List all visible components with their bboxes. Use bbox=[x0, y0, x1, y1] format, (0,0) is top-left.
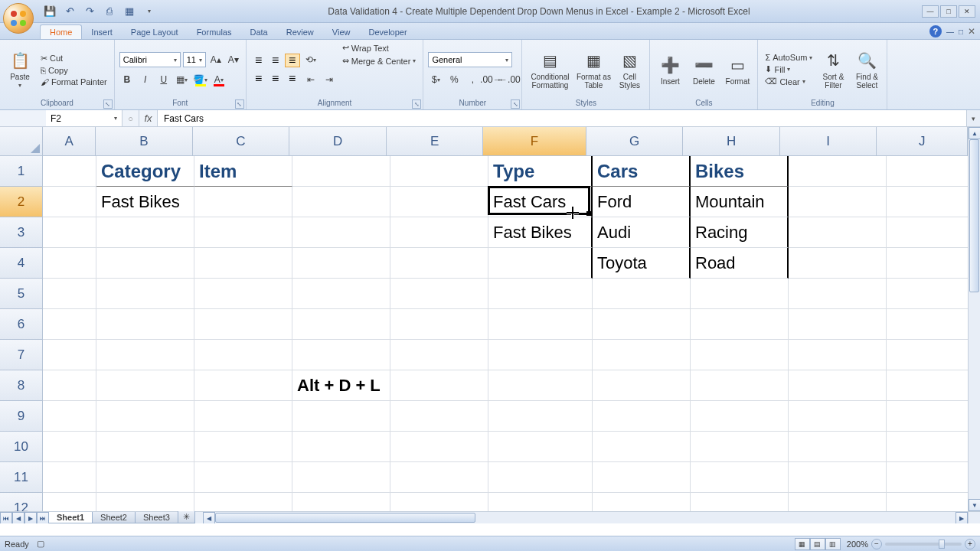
tab-formulas[interactable]: Formulas bbox=[188, 25, 241, 39]
cell-D5[interactable] bbox=[292, 279, 390, 309]
new-sheet-icon[interactable]: ✳ bbox=[178, 511, 195, 523]
cell-H7[interactable] bbox=[691, 340, 789, 370]
cell-F3[interactable]: Fast Bikes bbox=[488, 217, 593, 248]
align-top-icon[interactable]: ≡ bbox=[251, 54, 266, 67]
close-button[interactable]: ✕ bbox=[959, 5, 975, 18]
office-button[interactable] bbox=[3, 3, 34, 34]
sheet-tab-2[interactable]: Sheet2 bbox=[92, 512, 136, 523]
sheet-next-icon[interactable]: ▶ bbox=[24, 512, 37, 523]
cell-D3[interactable] bbox=[292, 217, 390, 248]
cell-F11[interactable] bbox=[488, 462, 593, 493]
conditional-formatting-button[interactable]: ▤Conditional Formatting bbox=[527, 42, 573, 97]
row-header-10[interactable]: 10 bbox=[0, 432, 43, 462]
row-header-6[interactable]: 6 bbox=[0, 309, 43, 340]
cell-G8[interactable] bbox=[593, 370, 691, 401]
font-color-button[interactable]: A▾ bbox=[211, 72, 227, 87]
minimize-ribbon-icon[interactable]: — bbox=[946, 28, 954, 36]
cell-G11[interactable] bbox=[593, 462, 691, 493]
row-header-8[interactable]: 8 bbox=[0, 370, 43, 401]
merge-center-button[interactable]: ⇔Merge & Center▾ bbox=[340, 55, 419, 67]
cell-A1[interactable] bbox=[43, 156, 96, 187]
cell-D8[interactable]: Alt + D + L bbox=[292, 370, 390, 401]
insert-cells-button[interactable]: ➕Insert bbox=[655, 42, 685, 97]
autosum-button[interactable]: ΣAutoSum▾ bbox=[763, 52, 815, 63]
number-format-select[interactable]: General▾ bbox=[428, 52, 512, 67]
fill-button[interactable]: ⬇Fill▾ bbox=[763, 64, 815, 75]
cell-C8[interactable] bbox=[194, 370, 292, 401]
col-header-F[interactable]: F bbox=[483, 127, 586, 156]
scroll-left-icon[interactable]: ◀ bbox=[203, 512, 215, 523]
cell-C9[interactable] bbox=[194, 401, 292, 432]
align-left-icon[interactable]: ≡ bbox=[251, 72, 266, 86]
cell-A7[interactable] bbox=[43, 340, 96, 370]
cell-H3[interactable]: Racing bbox=[691, 217, 789, 248]
cell-styles-button[interactable]: ▧Cell Styles bbox=[614, 42, 645, 97]
save-icon[interactable]: 💾 bbox=[43, 5, 57, 18]
cell-B5[interactable] bbox=[96, 279, 194, 309]
cell-I7[interactable] bbox=[789, 340, 887, 370]
currency-icon[interactable]: $▾ bbox=[428, 72, 443, 87]
font-name-select[interactable]: Calibri▾ bbox=[119, 52, 181, 67]
page-break-view-icon[interactable]: ▥ bbox=[825, 538, 841, 550]
cell-B8[interactable] bbox=[96, 370, 194, 401]
qat-tool2-icon[interactable]: ▦ bbox=[122, 5, 136, 18]
cell-E9[interactable] bbox=[390, 401, 488, 432]
cell-B9[interactable] bbox=[96, 401, 194, 432]
qat-more-icon[interactable]: ▾ bbox=[142, 5, 156, 18]
cell-A2[interactable] bbox=[43, 187, 96, 217]
maximize-button[interactable]: □ bbox=[940, 5, 957, 18]
cell-D1[interactable] bbox=[292, 156, 390, 187]
cell-I11[interactable] bbox=[789, 462, 887, 493]
cell-B4[interactable] bbox=[96, 248, 194, 279]
cell-J6[interactable] bbox=[887, 309, 978, 340]
row-header-2[interactable]: 2 bbox=[0, 187, 43, 217]
cell-F9[interactable] bbox=[488, 401, 593, 432]
align-center-icon[interactable]: ≡ bbox=[268, 72, 283, 86]
zoom-level[interactable]: 200% bbox=[847, 540, 868, 549]
scroll-down-icon[interactable]: ▼ bbox=[969, 499, 980, 511]
cell-E8[interactable] bbox=[390, 370, 488, 401]
cell-A9[interactable] bbox=[43, 401, 96, 432]
cell-D10[interactable] bbox=[292, 432, 390, 462]
scroll-right-icon[interactable]: ▶ bbox=[956, 512, 968, 523]
tab-insert[interactable]: Insert bbox=[82, 25, 122, 39]
cell-J11[interactable] bbox=[887, 462, 978, 493]
cell-B1[interactable]: Category bbox=[96, 156, 194, 187]
cell-G9[interactable] bbox=[593, 401, 691, 432]
tab-developer[interactable]: Developer bbox=[359, 25, 416, 39]
sheet-prev-icon[interactable]: ◀ bbox=[12, 512, 24, 523]
cell-I9[interactable] bbox=[789, 401, 887, 432]
cell-B6[interactable] bbox=[96, 309, 194, 340]
cell-F6[interactable] bbox=[488, 309, 593, 340]
cell-I10[interactable] bbox=[789, 432, 887, 462]
cell-D7[interactable] bbox=[292, 340, 390, 370]
cell-E10[interactable] bbox=[390, 432, 488, 462]
redo-icon[interactable]: ↷ bbox=[83, 5, 96, 18]
name-box[interactable]: F2▾ bbox=[46, 110, 122, 126]
font-size-select[interactable]: 11▾ bbox=[183, 52, 206, 67]
zoom-in-icon[interactable]: + bbox=[965, 539, 975, 549]
fx-icon[interactable]: fx bbox=[139, 110, 158, 126]
align-right-icon[interactable]: ≡ bbox=[285, 72, 300, 86]
cell-I3[interactable] bbox=[789, 217, 887, 248]
cell-D4[interactable] bbox=[292, 248, 390, 279]
cell-J9[interactable] bbox=[887, 401, 978, 432]
cell-E4[interactable] bbox=[390, 248, 488, 279]
number-launcher[interactable]: ⤡ bbox=[511, 99, 520, 109]
cell-C7[interactable] bbox=[194, 340, 292, 370]
col-header-C[interactable]: C bbox=[193, 127, 290, 156]
cell-J1[interactable] bbox=[887, 156, 978, 187]
cell-G5[interactable] bbox=[593, 279, 691, 309]
col-header-A[interactable]: A bbox=[43, 127, 96, 156]
grow-font-icon[interactable]: A▴ bbox=[208, 52, 224, 67]
zoom-slider[interactable] bbox=[885, 543, 962, 546]
alignment-launcher[interactable]: ⤡ bbox=[412, 99, 421, 109]
scroll-up-icon[interactable]: ▲ bbox=[969, 127, 980, 139]
cell-J4[interactable] bbox=[887, 248, 978, 279]
cell-F5[interactable] bbox=[488, 279, 593, 309]
row-header-5[interactable]: 5 bbox=[0, 279, 43, 309]
row-header-7[interactable]: 7 bbox=[0, 340, 43, 370]
undo-icon[interactable]: ↶ bbox=[63, 5, 77, 18]
clipboard-launcher[interactable]: ⤡ bbox=[103, 99, 113, 109]
tab-page-layout[interactable]: Page Layout bbox=[122, 25, 188, 39]
